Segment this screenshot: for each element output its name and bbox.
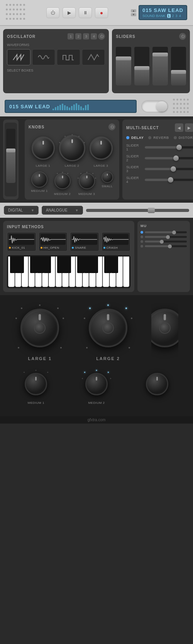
ms2-track-4[interactable]: [145, 245, 187, 247]
ms-slider-1-track[interactable]: [145, 146, 193, 149]
waveform-square[interactable]: [57, 49, 80, 65]
piano-white-key[interactable]: [123, 256, 130, 287]
ms-slider-3-track[interactable]: [145, 168, 193, 170]
toggle-switch[interactable]: [141, 100, 168, 113]
osc-num-4[interactable]: 4: [91, 33, 97, 39]
lcd-bar: [80, 106, 82, 110]
knob-small-body[interactable]: [102, 171, 113, 183]
med-knob-2-body[interactable]: [85, 373, 108, 395]
lcd-bars: [52, 102, 89, 110]
med-knob-1-label: MEDIUM 1: [28, 401, 44, 405]
piano-black-key[interactable]: [44, 256, 51, 273]
osc-power-button[interactable]: ⏻: [98, 33, 105, 40]
ms-tab-reverb[interactable]: REVERB: [148, 136, 169, 140]
dropdown-row-slider-handle[interactable]: [148, 208, 155, 213]
lcd-bar: [57, 106, 59, 110]
scroll-up-button[interactable]: ▲: [131, 9, 136, 12]
dropdown-digital[interactable]: DIGITAL ▼: [4, 206, 39, 215]
ms-slider-1-label: SLIDER 1: [126, 143, 142, 151]
kick-name: KICK_01: [12, 246, 25, 249]
v-slider-2[interactable]: [134, 47, 149, 85]
big-knob-large-2-body[interactable]: [89, 309, 127, 347]
dropdown-analogue[interactable]: ANALOGUE ▼: [42, 206, 83, 215]
waveform-sawtooth[interactable]: [7, 49, 30, 65]
ms-slider-3-label: SLIDER 3: [126, 165, 142, 173]
knob-large-1-body[interactable]: [32, 137, 55, 160]
scroll-down-button[interactable]: ▼: [131, 13, 136, 16]
piano-black-key[interactable]: [64, 256, 71, 273]
ms-tab-distortion[interactable]: DISTORTION: [174, 136, 193, 140]
med-knob-1-body[interactable]: [25, 373, 47, 395]
sample-pad-kick[interactable]: KICK_01: [7, 232, 36, 251]
piano-black-key[interactable]: [91, 256, 98, 273]
v-slider-1[interactable]: [116, 47, 131, 85]
ms-tab-delay[interactable]: DELAY: [126, 136, 144, 140]
piano-black-key[interactable]: [37, 256, 44, 273]
big-knob-large-2-label: LARGE 2: [96, 356, 120, 361]
ms-slider-2-track[interactable]: [145, 157, 193, 159]
osc-num-3[interactable]: 3: [83, 33, 89, 39]
piano-black-key[interactable]: [17, 256, 24, 273]
big-knob-large-1-body[interactable]: [20, 309, 59, 347]
piano-black-key[interactable]: [111, 256, 119, 273]
med-knob-3-partial: [142, 369, 173, 405]
sample-pads: KICK_01 HH_OPEN: [7, 232, 130, 251]
lcd-bar: [78, 105, 80, 110]
lcd-bank-3[interactable]: 3: [176, 14, 178, 18]
knob-medium-1-label: MEDIUM 1: [31, 189, 47, 193]
waveform-triangle[interactable]: [82, 49, 105, 65]
v-slider-4[interactable]: [171, 47, 186, 85]
piano-keys-container: [8, 256, 129, 287]
knob-medium-2-body[interactable]: [54, 173, 71, 189]
v-slider-3[interactable]: [152, 47, 168, 85]
pause-button[interactable]: ⏸: [79, 7, 92, 18]
left-strip: [3, 120, 19, 200]
ms-tab-delay-dot: [126, 136, 129, 139]
big-knobs-section: LARGE 1 LARGE 2: [0, 295, 193, 416]
piano-black-key[interactable]: [104, 256, 112, 273]
snare-led: [72, 247, 74, 249]
sample-pad-hh[interactable]: HH_OPEN: [39, 232, 68, 251]
knobs-power-button[interactable]: ⏻: [108, 123, 115, 130]
med-knob-3-body[interactable]: [146, 373, 168, 395]
lcd-bar: [71, 106, 73, 110]
piano-black-key[interactable]: [10, 256, 17, 273]
waveform-sine[interactable]: [32, 49, 56, 65]
lcd-bar: [64, 105, 66, 110]
knob-small: SMALL: [102, 171, 113, 196]
left-v-slider-1[interactable]: [6, 129, 15, 183]
record-button[interactable]: ●: [95, 7, 108, 18]
lcd-bar: [59, 105, 61, 110]
osc-num-2[interactable]: 2: [75, 33, 81, 39]
ms-next-button[interactable]: ▶: [185, 123, 193, 132]
ms2-track-2[interactable]: [145, 236, 187, 238]
ms-tab-distortion-label: DISTORTION: [179, 136, 193, 140]
piano-black-key[interactable]: [77, 256, 85, 273]
piano-black-key[interactable]: [57, 256, 64, 273]
sliders-power-button[interactable]: ⏻: [179, 33, 186, 40]
big-knob-large-3-partial: [151, 303, 178, 361]
transport-bar: ⏻ ▶ ⏸ ● ▲ ▼ 015 SAW LEAD SOUND BANK 1 2 …: [0, 0, 193, 26]
sample-pad-crash[interactable]: CRASH: [102, 232, 131, 251]
watermark: gfxtra.com: [0, 416, 193, 424]
power-button[interactable]: ⏻: [46, 7, 59, 18]
ms2-track-3[interactable]: [145, 241, 187, 243]
ms-slider-4-track[interactable]: [145, 179, 193, 181]
knob-large-3-body[interactable]: [90, 137, 113, 160]
dropdown-row-slider[interactable]: [86, 209, 190, 212]
big-knob-large-3-body[interactable]: [151, 309, 178, 347]
knob-medium-1-body[interactable]: [31, 171, 47, 188]
lcd-bank-2[interactable]: 2: [172, 14, 174, 18]
piano-black-key[interactable]: [84, 256, 91, 273]
play-button[interactable]: ▶: [63, 7, 76, 18]
sample-pad-snare[interactable]: SNARE: [70, 232, 99, 251]
piano-black-key[interactable]: [30, 256, 37, 273]
osc-num-1[interactable]: 1: [68, 33, 74, 39]
lcd-bank-1[interactable]: 1: [167, 14, 171, 18]
ms-prev-button[interactable]: ◀: [175, 123, 183, 132]
ms2-track-1[interactable]: [145, 231, 187, 233]
ring-dot: [89, 307, 91, 309]
ms-slider-2-label: SLIDER 2: [126, 154, 142, 162]
lcd-bank-4[interactable]: 4: [179, 14, 181, 18]
knobs-title: KNOBS: [29, 125, 44, 129]
